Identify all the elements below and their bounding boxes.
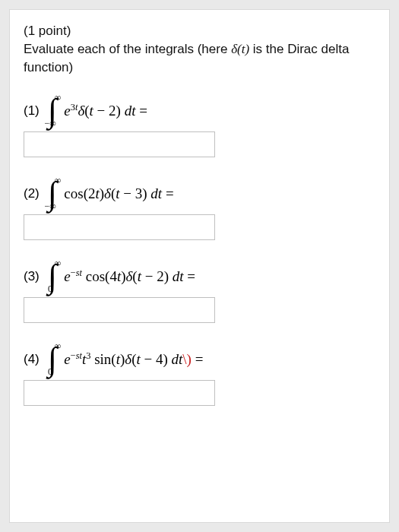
problem-label: (1) [24, 103, 40, 119]
problem-row: (3) ∞ ∫ 0 e−st cos(4t)δ(t − 2) dt = [24, 260, 375, 293]
answer-input-2[interactable] [24, 214, 215, 240]
problem-4: (4) ∞ ∫ 0 e−stt3 sin(t)δ(t − 4) dt\) = [24, 343, 375, 406]
integral-expr: ∞ ∫ 0 e−stt3 sin(t)δ(t − 4) dt\) = [44, 343, 204, 375]
lower-limit: 0 [48, 286, 52, 293]
instruction-text-a: Evaluate each of the integrals (here [24, 42, 231, 56]
answer-input-4[interactable] [24, 380, 215, 406]
integral-expr: ∞ ∫ 0 e−st cos(4t)δ(t − 2) dt = [44, 260, 195, 293]
integral-expr: ∞ ∫ −∞ e3tδ(t − 2) dt = [44, 94, 147, 127]
lower-limit: −∞ [44, 120, 55, 127]
question-panel: (1 point) Evaluate each of the integrals… [9, 9, 390, 523]
problem-row: (2) ∞ ∫ −∞ cos(2t)δ(t − 3) dt = [24, 177, 375, 210]
problem-2: (2) ∞ ∫ −∞ cos(2t)δ(t − 3) dt = [24, 177, 375, 240]
delta-symbol: δ(t) [231, 42, 249, 56]
integrand: e3tδ(t − 2) dt = [64, 103, 147, 119]
problem-row: (1) ∞ ∫ −∞ e3tδ(t − 2) dt = [24, 94, 375, 127]
answer-input-3[interactable] [24, 297, 215, 323]
integral-icon: ∞ ∫ 0 [44, 343, 62, 375]
integrand: cos(2t)δ(t − 3) dt = [64, 185, 173, 202]
integrand: e−stt3 sin(t)δ(t − 4) dt\) = [64, 351, 203, 368]
intro-block: (1 point) Evaluate each of the integrals… [24, 22, 375, 76]
problem-label: (2) [24, 186, 40, 201]
points-label: (1 point) [24, 24, 71, 38]
problem-3: (3) ∞ ∫ 0 e−st cos(4t)δ(t − 2) dt = [24, 260, 375, 323]
integral-expr: ∞ ∫ −∞ cos(2t)δ(t − 3) dt = [44, 177, 174, 210]
integral-icon: ∞ ∫ −∞ [44, 177, 62, 210]
lower-limit: −∞ [44, 203, 55, 210]
problem-1: (1) ∞ ∫ −∞ e3tδ(t − 2) dt = [24, 94, 375, 157]
problem-label: (3) [24, 269, 40, 284]
problem-label: (4) [24, 352, 40, 367]
integrand: e−st cos(4t)δ(t − 2) dt = [64, 268, 195, 285]
problem-row: (4) ∞ ∫ 0 e−stt3 sin(t)δ(t − 4) dt\) = [24, 343, 375, 375]
answer-input-1[interactable] [24, 131, 215, 157]
integral-icon: ∞ ∫ 0 [44, 260, 62, 293]
lower-limit: 0 [48, 369, 52, 375]
integral-icon: ∞ ∫ −∞ [44, 94, 62, 127]
